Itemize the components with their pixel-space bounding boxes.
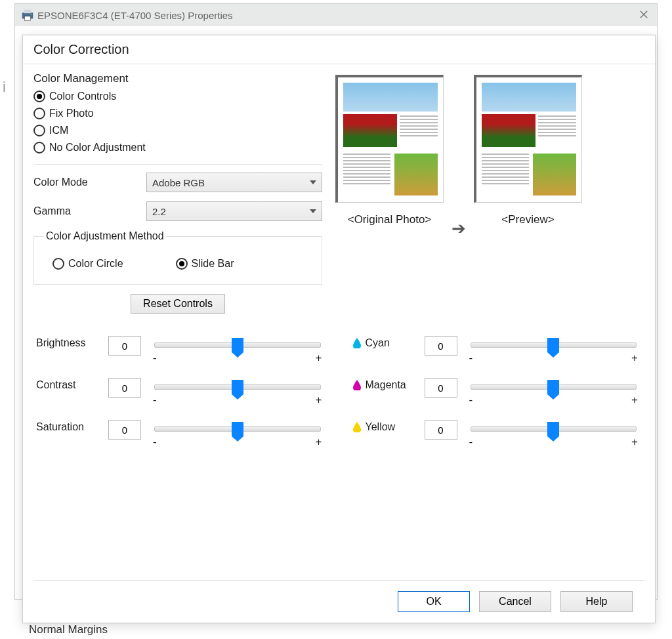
radio-label: No Color Adjustment (49, 142, 146, 154)
yellow-drop-icon (352, 422, 362, 432)
radio-label: Slide Bar (192, 258, 234, 270)
slider-plus: + (631, 352, 638, 365)
slider-plus: + (316, 352, 322, 365)
slider-minus: - (469, 436, 473, 449)
svg-point-3 (31, 14, 32, 15)
brightness-row: Brightness - + (36, 335, 326, 365)
brightness-input[interactable] (108, 336, 141, 356)
radio-fix-photo[interactable]: Fix Photo (33, 105, 322, 122)
gamma-select[interactable]: 2.2 (146, 201, 322, 221)
radio-label: Fix Photo (49, 108, 94, 119)
radio-color-controls[interactable]: Color Controls (33, 88, 322, 105)
color-mode-value: Adobe RGB (152, 177, 205, 188)
yellow-label: Yellow (366, 421, 396, 433)
slider-minus: - (153, 394, 157, 407)
slider-minus: - (469, 352, 473, 365)
svg-rect-1 (24, 10, 32, 14)
magenta-row: Magenta - + (352, 377, 642, 407)
printer-icon (20, 8, 35, 22)
brightness-slider[interactable] (154, 342, 321, 348)
contrast-slider[interactable] (154, 384, 321, 390)
slider-thumb[interactable] (232, 422, 243, 436)
saturation-label: Saturation (36, 419, 102, 433)
slider-thumb[interactable] (547, 422, 559, 436)
cancel-button[interactable]: Cancel (479, 591, 551, 612)
magenta-slider[interactable] (471, 384, 637, 390)
dialog-title: Color Correction (23, 35, 655, 64)
color-mode-label: Color Mode (33, 176, 138, 188)
cyan-input[interactable] (425, 336, 457, 356)
slider-thumb[interactable] (232, 380, 243, 394)
contrast-input[interactable] (108, 378, 141, 398)
radio-icon (176, 258, 188, 270)
radio-color-circle[interactable]: Color Circle (52, 255, 123, 272)
reset-controls-button[interactable]: Reset Controls (131, 294, 225, 314)
preview-photo: <Preview> (474, 75, 582, 226)
radio-label: Color Controls (49, 91, 116, 102)
color-management-label: Color Management (33, 72, 322, 85)
original-photo-preview: <Original Photo> (335, 75, 444, 226)
close-icon[interactable] (636, 7, 652, 22)
dialog-footer: OK Cancel Help (33, 580, 644, 623)
slider-thumb[interactable] (547, 338, 559, 352)
brightness-label: Brightness (36, 335, 102, 349)
color-management-radio-group: Color Controls Fix Photo ICM No Color Ad… (33, 88, 322, 160)
radio-label: ICM (49, 125, 68, 136)
radio-label: Color Circle (68, 258, 123, 270)
cyan-slider[interactable] (471, 342, 637, 348)
radio-icon (52, 258, 64, 270)
adjustment-method-label: Color Adjustment Method (43, 230, 167, 242)
window-title: EPSONE6F3C4 (ET-4700 Series) Properties (37, 10, 233, 21)
color-mode-select[interactable]: Adobe RGB (146, 173, 322, 192)
contrast-row: Contrast - + (36, 377, 326, 407)
saturation-input[interactable] (108, 420, 141, 440)
slider-minus: - (153, 352, 157, 365)
contrast-label: Contrast (36, 377, 102, 391)
slider-plus: + (316, 436, 322, 449)
cyan-label: Cyan (366, 337, 390, 349)
saturation-slider[interactable] (154, 426, 321, 432)
slider-plus: + (631, 436, 638, 449)
preview-thumbnail (474, 75, 582, 203)
yellow-input[interactable] (425, 420, 457, 440)
radio-icon (33, 142, 45, 154)
radio-icon (33, 91, 45, 102)
preview-label: <Preview> (501, 213, 554, 226)
slider-thumb[interactable] (232, 338, 243, 352)
arrow-right-icon: ➔ (452, 218, 466, 239)
separator (33, 164, 322, 165)
magenta-label: Magenta (366, 379, 406, 391)
gamma-label: Gamma (33, 205, 138, 217)
cyan-row: Cyan - + (352, 335, 642, 365)
slider-minus: - (153, 436, 157, 449)
adjustment-method-group: Color Adjustment Method Color Circle Sli… (33, 230, 322, 285)
slider-plus: + (316, 394, 322, 407)
ok-button[interactable]: OK (398, 591, 470, 612)
help-button[interactable]: Help (560, 591, 633, 612)
color-correction-dialog: Color Correction Color Management Color … (22, 35, 656, 623)
slider-thumb[interactable] (547, 380, 559, 394)
svg-rect-2 (24, 16, 30, 20)
yellow-slider[interactable] (471, 426, 637, 432)
slider-minus: - (469, 394, 473, 407)
radio-icm[interactable]: ICM (33, 122, 322, 139)
saturation-row: Saturation - + (36, 419, 326, 449)
radio-icon (33, 125, 45, 136)
magenta-drop-icon (352, 380, 362, 390)
original-photo-label: <Original Photo> (348, 213, 432, 226)
yellow-row: Yellow - + (352, 419, 642, 449)
radio-icon (33, 108, 45, 119)
slider-plus: + (631, 394, 638, 407)
bg-hint: i (3, 79, 6, 96)
preview-thumbnail (335, 75, 444, 203)
gamma-value: 2.2 (152, 206, 166, 217)
radio-no-adjustment[interactable]: No Color Adjustment (33, 139, 322, 156)
cyan-drop-icon (352, 338, 362, 348)
titlebar: EPSONE6F3C4 (ET-4700 Series) Properties (15, 4, 657, 26)
radio-slide-bar[interactable]: Slide Bar (176, 255, 234, 272)
magenta-input[interactable] (425, 378, 457, 398)
